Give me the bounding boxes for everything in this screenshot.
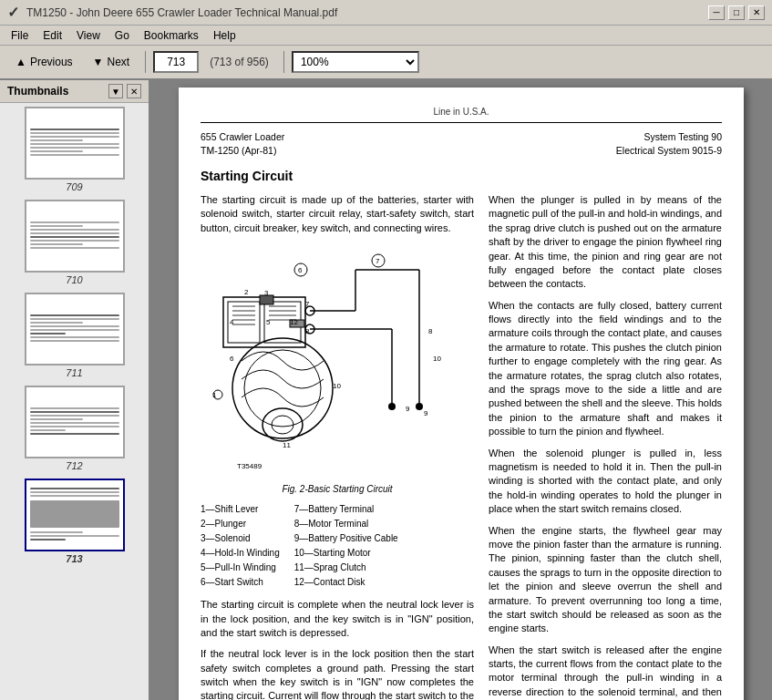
part-3: 3—Solenoid <box>201 532 280 545</box>
body-left-2: If the neutral lock lever is in the lock… <box>201 647 474 700</box>
right-para-2: When the contacts are fully closed, batt… <box>489 299 722 439</box>
sidebar-title: Thumbnails <box>7 85 68 98</box>
restore-button[interactable]: □ <box>728 5 745 20</box>
thumbnail-710[interactable]: 710 <box>4 200 145 285</box>
svg-text:9: 9 <box>406 405 410 413</box>
app-logo: ✓ <box>7 4 19 21</box>
window-title: TM1250 - John Deere 655 Crawler Loader T… <box>26 6 337 19</box>
toolbar-separator <box>145 51 146 73</box>
svg-text:3: 3 <box>264 289 269 297</box>
sidebar-close-button[interactable]: ✕ <box>127 84 141 98</box>
part-5: 5—Pull-In Winding <box>201 561 280 574</box>
toolbar: ▲ Previous ▼ Next (713 of 956) 100% 50% … <box>0 46 772 80</box>
svg-text:2: 2 <box>244 288 249 296</box>
part-4: 4—Hold-In Winding <box>201 547 280 560</box>
menubar: File Edit View Go Bookmarks Help <box>0 26 772 46</box>
svg-text:11: 11 <box>283 441 291 449</box>
sidebar-header: Thumbnails ▼ ✕ <box>0 80 149 103</box>
menu-bookmarks[interactable]: Bookmarks <box>137 27 206 44</box>
svg-rect-0 <box>210 242 465 479</box>
right-para-3: When the solenoid plunger is pulled in, … <box>489 447 722 517</box>
chevron-down-icon: ▼ <box>93 56 104 68</box>
part-7: 7—Battery Terminal <box>294 503 398 516</box>
svg-text:8: 8 <box>428 327 433 335</box>
menu-edit[interactable]: Edit <box>36 27 69 44</box>
pdf-viewer[interactable]: Line in U.S.A. 655 Crawler Loader TM-125… <box>150 80 772 700</box>
content-area: The starting circuit is made up of the b… <box>201 193 722 700</box>
sidebar-controls: ▼ ✕ <box>108 84 141 98</box>
svg-text:6: 6 <box>230 355 234 363</box>
part-1: 1—Shift Lever <box>201 503 280 516</box>
thumbnail-label-713: 713 <box>66 553 82 564</box>
svg-text:10: 10 <box>333 382 341 390</box>
thumbnail-img-711 <box>25 293 125 365</box>
right-column: When the plunger is pulled in by means o… <box>489 193 722 700</box>
thumbnail-label-710: 710 <box>66 274 82 285</box>
header-left-line1: 655 Crawler Loader <box>201 130 284 144</box>
diagram-caption: Fig. 2-Basic Starting Circuit <box>282 483 392 496</box>
svg-text:12: 12 <box>290 318 298 326</box>
part-6: 6—Start Switch <box>201 576 280 589</box>
thumbnail-label-711: 711 <box>66 367 82 378</box>
part-10: 10—Starting Motor <box>294 547 398 560</box>
svg-text:T35489: T35489 <box>237 462 262 470</box>
menu-help[interactable]: Help <box>206 27 243 44</box>
page-header: 655 Crawler Loader TM-1250 (Apr-81) Syst… <box>201 130 722 157</box>
sidebar-expand-button[interactable]: ▼ <box>108 84 123 98</box>
menu-file[interactable]: File <box>4 27 36 44</box>
pdf-page: Line in U.S.A. 655 Crawler Loader TM-125… <box>179 88 744 700</box>
thumbnail-label-712: 712 <box>66 460 82 471</box>
menu-view[interactable]: View <box>69 27 108 44</box>
thumbnail-img-710 <box>25 200 125 273</box>
part-11: 11—Sprag Clutch <box>294 561 398 574</box>
svg-point-28 <box>416 403 423 410</box>
header-left-line2: TM-1250 (Apr-81) <box>201 144 284 158</box>
menu-go[interactable]: Go <box>108 27 137 44</box>
page-header-left: 655 Crawler Loader TM-1250 (Apr-81) <box>201 130 284 157</box>
diagram-svg: 3 2 4 5 6 7 8 9 10 11 12 <box>210 242 465 479</box>
thumbnail-713[interactable]: 713 <box>4 479 145 564</box>
part-12: 12—Contact Disk <box>294 576 398 589</box>
body-left-1: The starting circuit is complete when th… <box>201 598 474 640</box>
parts-col-2: 7—Battery Terminal 8—Motor Terminal 9—Ba… <box>294 503 398 591</box>
chevron-up-icon: ▲ <box>15 56 26 68</box>
parts-col-1: 1—Shift Lever 2—Plunger 3—Solenoid 4—Hol… <box>201 503 280 591</box>
thumbnail-712[interactable]: 712 <box>4 386 145 471</box>
svg-text:4: 4 <box>230 318 234 326</box>
page-top-strip: Line in U.S.A. <box>201 106 722 123</box>
sidebar-content: 709 710 <box>0 103 149 700</box>
close-button[interactable]: ✕ <box>748 5 765 20</box>
thumbnail-img-713 <box>25 479 125 551</box>
page-count: (713 of 956) <box>210 56 269 68</box>
thumbnail-711[interactable]: 711 <box>4 293 145 378</box>
section-title: Starting Circuit <box>201 168 722 186</box>
minimize-button[interactable]: ─ <box>708 5 725 20</box>
svg-text:5: 5 <box>266 318 271 326</box>
thumbnail-img-709 <box>25 107 125 180</box>
page-header-right: System Testing 90 Electrical System 9015… <box>616 130 722 157</box>
titlebar: ✓ TM1250 - John Deere 655 Crawler Loader… <box>0 0 772 26</box>
svg-text:6: 6 <box>298 266 303 274</box>
intro-text: The starting circuit is made up of the b… <box>201 193 474 235</box>
previous-label: Previous <box>30 56 73 68</box>
previous-button[interactable]: ▲ Previous <box>7 48 81 76</box>
svg-text:10: 10 <box>433 355 441 363</box>
zoom-select[interactable]: 100% 50% 75% 125% 150% 200% <box>292 51 419 73</box>
part-8: 8—Motor Terminal <box>294 518 398 530</box>
svg-text:7: 7 <box>305 300 310 308</box>
window-controls: ─ □ ✕ <box>708 5 765 20</box>
thumbnail-709[interactable]: 709 <box>4 107 145 192</box>
parts-list: 1—Shift Lever 2—Plunger 3—Solenoid 4—Hol… <box>201 503 474 591</box>
page-input[interactable] <box>153 51 199 73</box>
sidebar: Thumbnails ▼ ✕ <box>0 80 150 700</box>
svg-text:7: 7 <box>376 257 380 265</box>
svg-point-29 <box>388 403 396 410</box>
right-para-1: When the plunger is pulled in by means o… <box>489 193 722 292</box>
part-9: 9—Battery Positive Cable <box>294 532 398 545</box>
thumbnail-img-712 <box>25 386 125 458</box>
toolbar-separator-2 <box>283 51 284 73</box>
next-button[interactable]: ▼ Next <box>85 48 139 76</box>
main-area: Thumbnails ▼ ✕ <box>0 80 772 700</box>
part-2: 2—Plunger <box>201 518 280 530</box>
right-para-5: When the start switch is released after … <box>489 643 722 700</box>
